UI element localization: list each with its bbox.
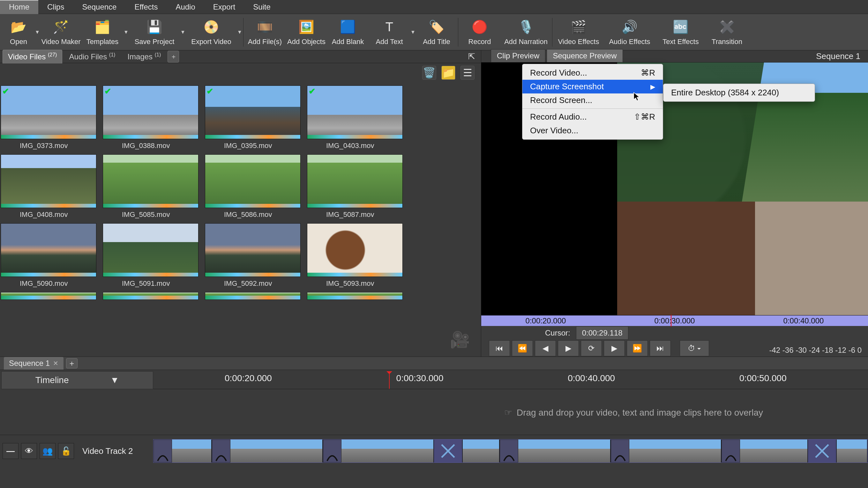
file-tab-video-files[interactable]: Video Files (27) [3,50,62,63]
cursor-label: Cursor: [545,328,570,337]
loop-button[interactable]: ⟳ [581,340,602,356]
menu-clips[interactable]: Clips [38,0,73,14]
menu-home[interactable]: Home [0,0,38,14]
chevron-down-icon[interactable]: ▼ [237,29,243,35]
transition-button[interactable]: ✖️Transition [706,15,748,50]
timeline-ruler[interactable]: 0:00:20.0000:00:30.0000:00:40.0000:00:50… [153,371,868,389]
add-file-tab-button[interactable]: ＋ [167,51,179,63]
media-clip[interactable]: IMG_5085.mov [103,154,198,219]
menu-item-record-audio[interactable]: Record Audio...⇧⌘R [522,110,663,124]
add-folder-icon[interactable]: 📁 [441,66,455,80]
clip-fx-handle[interactable] [721,440,740,462]
timeline-clip[interactable] [230,440,323,462]
timeline-clip[interactable] [172,440,212,462]
media-clip[interactable]: IMG_5087.mov [307,154,403,219]
timeline-dropdown[interactable]: Timeline ▼ [1,371,153,389]
transition-crossfade[interactable] [808,440,837,462]
next-frame-group-button[interactable]: ⏩ [627,340,648,356]
templates-button[interactable]: 🗂️Templates [82,15,123,50]
clip-fx-handle[interactable] [154,440,172,462]
media-clip[interactable]: IMG_5086.mov [205,154,301,219]
close-icon[interactable]: ✕ [53,359,58,367]
go-start-button[interactable]: ⏮ [489,340,510,356]
undock-icon[interactable]: ⇱ [468,52,475,62]
file-tab-audio-files[interactable]: Audio Files (1) [63,50,121,63]
timeline-clip[interactable] [518,440,611,462]
track-link-button[interactable]: 👥 [39,443,56,459]
add-narration-button[interactable]: 🎙️Add Narration [500,15,552,50]
add-blank-button[interactable]: 🟦Add Blank [327,15,369,50]
step-back-button[interactable]: ◀ [535,340,556,356]
prev-frame-group-button[interactable]: ⏪ [512,340,533,356]
media-clip[interactable]: IMG_5091.mov [103,223,198,288]
video-maker-button[interactable]: 🪄Video Maker [40,15,82,50]
overlay-track[interactable]: ☞ Drag and drop your video, text and ima… [0,390,868,435]
add-title-button[interactable]: 🏷️Add Title [416,15,457,50]
export-video-button[interactable]: 📀Export Video [186,15,237,50]
timeline-clip[interactable] [463,440,500,462]
preview-tab-sequence-preview[interactable]: Sequence Preview [547,49,623,62]
audio-meter-scale: -42 -36 -30 -24 -18 -12 -6 0 [769,346,862,355]
save-project-button[interactable]: 💾Save Project [129,15,180,50]
add-objects-button[interactable]: 🖼️Add Objects [286,15,327,50]
media-clip[interactable]: ✔IMG_0395.mov [205,86,301,150]
clip-fx-handle[interactable] [611,440,629,462]
chevron-down-icon[interactable]: ▼ [123,29,129,35]
play-button[interactable]: ▶ [558,340,579,356]
chevron-down-icon[interactable]: ▼ [34,29,40,35]
list-view-icon[interactable]: ☰ [461,66,474,80]
menu-item-record-screen[interactable]: Record Screen... [522,93,663,107]
menu-audio[interactable]: Audio [166,0,204,14]
timeline-clip[interactable] [629,440,722,462]
track-lock-button[interactable]: 🔓 [58,443,74,459]
used-check-icon: ✔ [207,87,214,96]
text-effects-button[interactable]: 🔤Text Effects [655,15,706,50]
preview-tab-clip-preview[interactable]: Clip Preview [491,49,546,62]
transition-crossfade[interactable] [434,440,463,462]
track-clips[interactable] [153,439,868,463]
submenu-item-entire-desktop[interactable]: Entire Desktop (3584 x 2240) [663,86,815,99]
audio-effects-button[interactable]: 🔊Audio Effects [604,15,655,50]
menu-effects[interactable]: Effects [125,0,166,14]
add-sequence-button[interactable]: ＋ [66,358,78,368]
delete-icon[interactable]: 🗑️ [422,66,436,80]
cursor-value[interactable]: 0:00:29.118 [576,326,629,340]
timeline-clip[interactable] [837,440,868,462]
preview-time-ruler[interactable]: 0:00:20.0000:00:30.0000:00:40.000 [481,315,868,326]
go-end-button[interactable]: ⏭ [650,340,671,356]
chevron-down-icon[interactable]: ▼ [410,29,416,35]
timeline-clip[interactable] [740,440,808,462]
media-clip[interactable]: ✔IMG_0373.mov [1,86,96,150]
open-button[interactable]: 📂Open [3,15,34,50]
media-clip[interactable]: ✔IMG_0403.mov [307,86,403,150]
add-file-s--button[interactable]: 🎞️Add File(s) [244,15,286,50]
menu-item-over-video[interactable]: Over Video... [522,124,663,137]
clip-fx-handle[interactable] [500,440,518,462]
timeline-clip[interactable] [341,440,434,462]
menu-export[interactable]: Export [204,0,244,14]
track-visibility-button[interactable]: 👁 [21,443,37,459]
menu-suite[interactable]: Suite [244,0,280,14]
media-clip[interactable]: IMG_5092.mov [205,223,301,288]
step-forward-button[interactable]: ▶ [604,340,625,356]
menu-item-record-video[interactable]: Record Video...⌘R [522,66,663,80]
clip-fx-handle[interactable] [212,440,230,462]
media-clip[interactable]: IMG_0408.mov [1,154,96,219]
sequence-tab[interactable]: Sequence 1 ✕ [4,357,63,370]
media-clip[interactable]: IMG_5090.mov [1,223,96,288]
media-clip[interactable]: ✔IMG_0388.mov [103,86,198,150]
collapse-track-button[interactable]: — [3,443,19,459]
clip-thumbnail: ✔ [103,86,198,139]
record-button[interactable]: 🔴Record [459,15,500,50]
file-tab-images[interactable]: Images (1) [122,50,166,63]
timeline-playhead[interactable] [389,371,390,389]
media-clip[interactable]: IMG_5093.mov [307,223,403,288]
speed-menu-button[interactable]: ⏱ ▾ [680,340,709,356]
clip-fx-handle[interactable] [323,440,341,462]
chevron-down-icon[interactable]: ▼ [180,29,186,35]
add-text-button[interactable]: TAdd Text [369,15,410,50]
menu-item-capture-screenshot[interactable]: Capture Screenshot▶ [522,80,663,93]
video-effects-button[interactable]: 🎬Video Effects [553,15,604,50]
camera-icon[interactable]: 🎥 [450,330,470,349]
menu-sequence[interactable]: Sequence [73,0,125,14]
